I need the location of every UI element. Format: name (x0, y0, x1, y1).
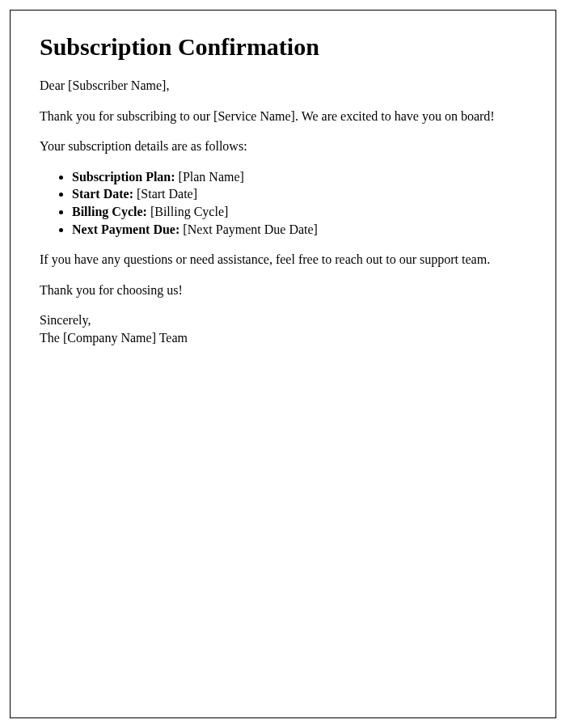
list-item: Subscription Plan: [Plan Name] (72, 168, 526, 186)
detail-label: Billing Cycle: (72, 205, 147, 218)
page-title: Subscription Confirmation (40, 33, 526, 61)
subscription-details-list: Subscription Plan: [Plan Name] Start Dat… (40, 168, 526, 238)
thanks-line: Thank you for choosing us! (40, 281, 526, 299)
detail-value: [Billing Cycle] (147, 205, 228, 218)
signature-line: The [Company Name] Team (40, 329, 526, 347)
detail-label: Next Payment Due: (72, 222, 180, 236)
detail-value: [Plan Name] (175, 170, 244, 184)
document-frame: Subscription Confirmation Dear [Subscrib… (10, 10, 556, 718)
detail-label: Subscription Plan: (72, 170, 175, 184)
intro-paragraph: Thank you for subscribing to our [Servic… (40, 108, 526, 125)
support-note: If you have any questions or need assist… (40, 251, 526, 269)
detail-value: [Next Payment Due Date] (180, 222, 318, 236)
detail-label: Start Date: (72, 187, 133, 201)
details-lead: Your subscription details are as follows… (40, 138, 526, 155)
greeting-line: Dear [Subscriber Name], (40, 77, 526, 95)
detail-value: [Start Date] (133, 187, 197, 201)
closing-line: Sincerely, (40, 311, 526, 329)
list-item: Start Date: [Start Date] (72, 185, 526, 203)
list-item: Billing Cycle: [Billing Cycle] (72, 203, 526, 221)
list-item: Next Payment Due: [Next Payment Due Date… (72, 221, 526, 239)
